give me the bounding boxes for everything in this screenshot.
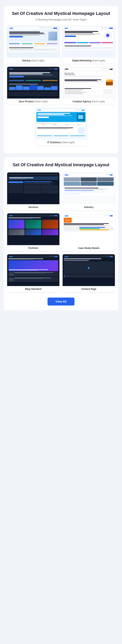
digital-mockup <box>63 26 115 58</box>
startup-thumbnail <box>7 26 59 58</box>
page-wrapper: Set Of Creative And Mystical Homepage La… <box>0 0 122 320</box>
dot-pattern <box>102 6 118 22</box>
innerpage-section-title: Set Of Creative And Mystical Innerpage L… <box>7 162 115 168</box>
blog-label: Blog Standard <box>25 288 41 290</box>
industry-thumbnail <box>63 172 115 204</box>
portfolio-caption: Portfolio <box>7 245 59 251</box>
case-study-caption: Case Study Details <box>63 245 115 251</box>
preview-card-startup[interactable]: Startup (Dark+Light) <box>7 26 59 64</box>
innerpage-row-3: Blog Standard <box>7 254 115 292</box>
preview-card-digital[interactable]: Digital Marketing (Dark+Light) <box>63 26 115 64</box>
portfolio-mockup <box>7 213 59 245</box>
services-content <box>8 181 58 203</box>
digital-label: Digital Marketing <box>72 59 92 62</box>
services-sidebar-item-active <box>8 181 23 183</box>
preview-card-contact[interactable]: Contact Page <box>63 254 115 292</box>
case-study-thumbnail: OAREA <box>63 213 115 245</box>
homepage-section-subtitle: 5 Stunning Homepages and 28+ Inner Pages <box>7 18 115 21</box>
services-sidebar-item <box>8 185 23 187</box>
blog-caption: Blog Standard <box>7 286 59 292</box>
it-label-suffix: (Dark+Light) <box>62 141 75 144</box>
it-label: IT Solutions <box>47 141 61 144</box>
services-sidebar-item <box>8 189 23 191</box>
innerpage-row-2: Portfolio <box>7 213 115 251</box>
preview-card-blog[interactable]: Blog Standard <box>7 254 59 292</box>
innerpage-section: Set Of Creative And Mystical Innerpage L… <box>4 157 118 310</box>
preview-card-creative[interactable]: Where Vision TakesDesign Beyond Limits <box>63 67 115 104</box>
creative-thumbnail: Where Vision TakesDesign Beyond Limits <box>63 67 115 98</box>
preview-card-case-study[interactable]: OAREA <box>63 213 115 251</box>
view-all-container: View All <box>7 298 115 306</box>
it-thumbnail <box>35 108 87 140</box>
case-study-label: Case Study Details <box>78 247 100 250</box>
creative-mockup: Where Vision TakesDesign Beyond Limits <box>63 67 115 98</box>
services-mockup <box>7 172 59 204</box>
vision-block: Where Vision TakesDesign Beyond Limits <box>64 72 114 78</box>
services-nav <box>8 174 58 175</box>
industry-label: Industry <box>84 206 93 208</box>
homepage-row-2: Sass Product (Dark+Light) <box>7 67 115 104</box>
startup-mockup <box>7 26 59 58</box>
sass-label: Sass Product <box>19 100 34 103</box>
preview-card-sass[interactable]: Sass Product (Dark+Light) <box>7 67 59 104</box>
contact-thumbnail <box>63 254 115 286</box>
homepage-section: Set Of Creative And Mystical Homepage La… <box>4 6 118 153</box>
innerpage-section-header: Set Of Creative And Mystical Innerpage L… <box>7 162 115 168</box>
homepage-row-1: Startup (Dark+Light) <box>7 26 115 64</box>
digital-thumbnail <box>63 26 115 58</box>
blog-mockup <box>7 254 59 286</box>
preview-card-services[interactable]: Services <box>7 172 59 210</box>
homepage-section-title: Set Of Creative And Mystical Homepage La… <box>7 11 115 16</box>
blog-thumbnail <box>7 254 59 286</box>
services-caption: Services <box>7 204 59 210</box>
contact-mockup <box>63 254 115 286</box>
portfolio-thumbnail <box>7 213 59 245</box>
sass-mockup <box>7 67 59 98</box>
industry-mockup <box>63 172 115 204</box>
homepage-row-3: IT Solutions (Dark+Light) <box>7 108 115 146</box>
portfolio-label: Portfolio <box>28 247 38 250</box>
case-study-mockup: OAREA <box>63 213 115 245</box>
industry-image-grid <box>64 178 114 186</box>
industry-caption: Industry <box>63 204 115 210</box>
preview-card-portfolio[interactable]: Portfolio <box>7 213 59 251</box>
creative-label: Creative Agency <box>73 100 91 103</box>
sass-caption: Sass Product (Dark+Light) <box>7 98 59 104</box>
creative-caption: Creative Agency (Dark+Light) <box>63 98 115 104</box>
contact-caption: Contact Page <box>63 286 115 292</box>
services-sidebar <box>8 181 23 203</box>
it-mockup <box>35 108 87 140</box>
digital-caption: Digital Marketing (Dark+Light) <box>63 58 115 64</box>
sass-label-suffix: (Dark+Light) <box>35 100 48 103</box>
creative-label-suffix: (Dark+Light) <box>92 100 105 103</box>
contact-label: Contact Page <box>81 288 97 290</box>
view-all-button[interactable]: View All <box>48 298 74 306</box>
startup-label: Startup <box>22 59 30 62</box>
services-label: Services <box>28 206 38 208</box>
services-sidebar-item <box>8 187 23 189</box>
it-caption: IT Solutions (Dark+Light) <box>35 140 87 146</box>
services-main <box>24 181 58 203</box>
services-sidebar-item <box>8 183 23 185</box>
innerpage-row-1: Services <box>7 172 115 210</box>
services-thumbnail <box>7 172 59 204</box>
services-sidebar-item <box>8 191 23 193</box>
digital-label-suffix: (Dark+Light) <box>92 59 105 62</box>
homepage-section-header: Set Of Creative And Mystical Homepage La… <box>7 11 115 21</box>
preview-card-it[interactable]: IT Solutions (Dark+Light) <box>35 108 87 146</box>
startup-label-suffix: (Dark+Light) <box>31 59 44 62</box>
preview-card-industry[interactable]: Industry <box>63 172 115 210</box>
vision-title: Where Vision TakesDesign Beyond Limits <box>65 72 113 75</box>
startup-caption: Startup (Dark+Light) <box>7 58 59 64</box>
sass-thumbnail <box>7 67 59 98</box>
